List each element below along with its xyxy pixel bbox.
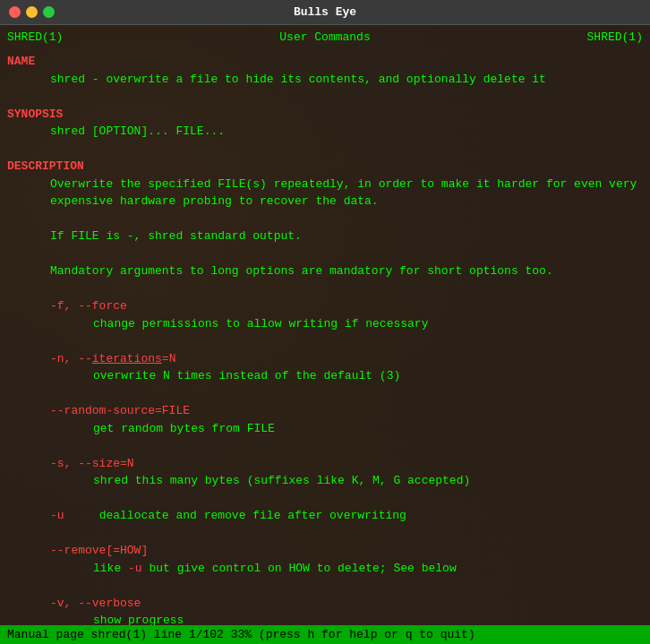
- window: Bulls Eye SHRED(1) User Commands SHRED(1…: [0, 0, 650, 644]
- status-text: Manual page shred(1) line 1/102 33% (pre…: [7, 628, 475, 641]
- header-right: SHRED(1): [587, 30, 643, 44]
- desc-para1: Overwrite the specified FILE(s) repeated…: [50, 176, 643, 193]
- man-page-header: SHRED(1) User Commands SHRED(1): [0, 25, 650, 49]
- window-controls: [9, 6, 55, 18]
- spacer-5: [7, 280, 643, 298]
- spacer-7: [7, 385, 643, 403]
- spacer-8: [7, 437, 643, 455]
- option-u: -u deallocate and remove file after over…: [50, 507, 643, 525]
- spacer-3: [7, 210, 643, 228]
- spacer-4: [7, 245, 643, 263]
- close-button[interactable]: [9, 6, 21, 18]
- spacer-9: [7, 490, 643, 508]
- option-n: -n, --iterations=N: [50, 350, 643, 368]
- option-random-source: --random-source=FILE: [50, 402, 643, 420]
- man-page-content: NAME shred - overwrite a file to hide it…: [0, 49, 650, 625]
- option-remove: --remove[=HOW]: [50, 542, 643, 560]
- option-f-desc: change permissions to allow writing if n…: [93, 315, 643, 333]
- option-s-desc: shred this many bytes (suffixes like K, …: [93, 472, 643, 490]
- title-bar: Bulls Eye: [0, 0, 650, 25]
- status-bar: Manual page shred(1) line 1/102 33% (pre…: [0, 625, 650, 644]
- option-v-desc: show progress: [93, 612, 643, 625]
- minimize-button[interactable]: [26, 6, 38, 18]
- spacer-1: [7, 88, 643, 106]
- name-section-label: NAME: [7, 53, 643, 71]
- spacer-6: [7, 332, 643, 350]
- spacer-10: [7, 525, 643, 543]
- desc-para3: Mandatory arguments to long options are …: [50, 262, 643, 280]
- option-s: -s, --size=N: [50, 455, 643, 473]
- desc-para1b: expensive hardware probing to recover th…: [50, 193, 643, 210]
- spacer-2: [7, 141, 643, 159]
- synopsis-cmd: shred [OPTION]... FILE...: [50, 123, 643, 141]
- option-v: -v, --verbose: [50, 595, 643, 613]
- option-remove-desc: like -u but give control on HOW to delet…: [93, 560, 643, 578]
- header-left: SHRED(1): [7, 30, 63, 44]
- option-f: -f, --force: [50, 297, 643, 315]
- window-title: Bulls Eye: [294, 5, 356, 19]
- option-random-source-desc: get random bytes from FILE: [93, 420, 643, 438]
- option-n-desc: overwrite N times instead of the default…: [93, 367, 643, 385]
- name-text: shred - overwrite a file to hide its con…: [50, 71, 643, 89]
- spacer-11: [7, 577, 643, 595]
- desc-para2: If FILE is -, shred standard output.: [50, 228, 643, 245]
- maximize-button[interactable]: [43, 6, 55, 18]
- description-section-label: DESCRIPTION: [7, 158, 643, 176]
- header-center: User Commands: [279, 30, 370, 44]
- synopsis-section-label: SYNOPSIS: [7, 106, 643, 124]
